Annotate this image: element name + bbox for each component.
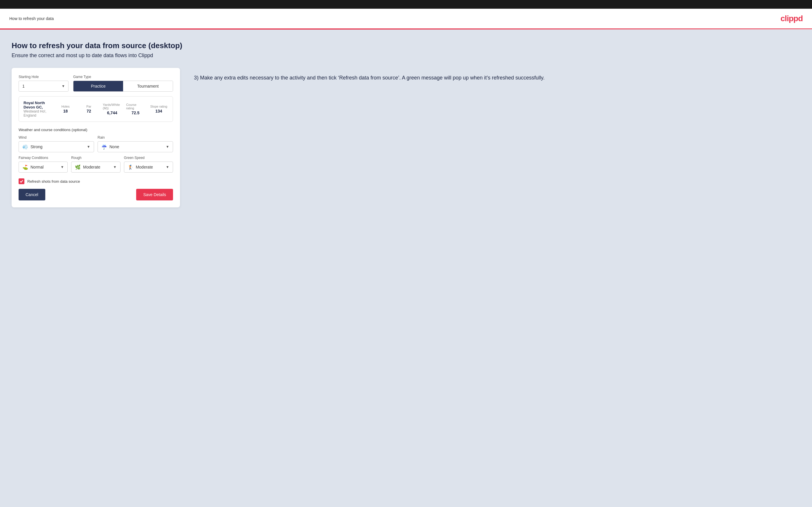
practice-button[interactable]: Practice <box>73 81 123 91</box>
starting-hole-wrapper: 1 2 10 ▼ <box>18 80 68 92</box>
fairway-select-wrapper: ⛳ Normal Soft Hard ▼ <box>18 162 68 173</box>
page-subheading: Ensure the correct and most up to date d… <box>12 53 803 59</box>
breadcrumb: How to refresh your data <box>9 16 54 21</box>
save-details-button[interactable]: Save Details <box>136 189 173 201</box>
content-row: Starting Hole 1 2 10 ▼ Game Type <box>12 68 803 207</box>
wind-rain-row: Wind 💨 Strong Light Moderate None ▼ <box>18 135 173 152</box>
game-type-group: Game Type Practice Tournament <box>73 75 173 92</box>
side-info: 3) Make any extra edits necessary to the… <box>194 68 803 82</box>
course-info-box: Royal North Devon GC, Westward Ho!, Engl… <box>18 96 173 122</box>
par-stat: Par 72 <box>80 105 98 113</box>
wind-select-wrapper: 💨 Strong Light Moderate None ▼ <box>18 141 94 152</box>
holes-label: Holes <box>61 105 70 108</box>
green-speed-select[interactable]: Moderate Slow Fast <box>136 162 169 172</box>
yards-stat: Yards/White (M)) 6,744 <box>103 103 121 115</box>
fairway-select[interactable]: Normal Soft Hard <box>31 162 64 172</box>
slope-rating-label: Slope rating <box>150 105 167 108</box>
page-heading: How to refresh your data from source (de… <box>12 41 803 50</box>
green-speed-label: Green Speed <box>124 156 173 160</box>
slope-rating-stat: Slope rating 134 <box>150 105 168 113</box>
yards-label: Yards/White (M)) <box>103 103 121 110</box>
fairway-rough-green-row: Fairway Conditions ⛳ Normal Soft Hard ▼ <box>18 156 173 173</box>
logo: clippd <box>781 14 803 23</box>
form-card: Starting Hole 1 2 10 ▼ Game Type <box>12 68 180 207</box>
rough-select[interactable]: Moderate Light Heavy <box>83 162 116 172</box>
rain-icon: ☔ <box>101 144 107 150</box>
fairway-icon: ⛳ <box>22 164 28 170</box>
green-speed-icon: 🏌 <box>128 164 134 170</box>
course-location: Westward Ho!, England <box>23 109 51 117</box>
starting-hole-group: Starting Hole 1 2 10 ▼ <box>18 75 68 92</box>
tournament-button[interactable]: Tournament <box>123 81 173 91</box>
main-content: How to refresh your data from source (de… <box>0 30 812 507</box>
wind-select[interactable]: Strong Light Moderate None <box>31 142 90 152</box>
refresh-checkbox-label: Refresh shots from data source <box>27 179 80 184</box>
top-form-row: Starting Hole 1 2 10 ▼ Game Type <box>18 75 173 92</box>
cancel-button[interactable]: Cancel <box>18 189 45 201</box>
green-speed-select-wrapper: 🏌 Moderate Slow Fast ▼ <box>124 162 173 173</box>
checkmark-icon <box>20 179 23 183</box>
wind-group: Wind 💨 Strong Light Moderate None ▼ <box>18 135 94 152</box>
game-type-label: Game Type <box>73 75 173 79</box>
slope-rating-value: 134 <box>155 109 162 113</box>
rain-select-wrapper: ☔ None Light Heavy ▼ <box>98 141 173 152</box>
green-speed-group: Green Speed 🏌 Moderate Slow Fast ▼ <box>124 156 173 173</box>
holes-stat: Holes 18 <box>56 105 74 113</box>
weather-section-label: Weather and course conditions (optional) <box>18 128 173 132</box>
checkbox-row: Refresh shots from data source <box>18 178 173 184</box>
rough-group: Rough 🌿 Moderate Light Heavy ▼ <box>71 156 120 173</box>
holes-value: 18 <box>63 109 68 113</box>
wind-icon: 💨 <box>22 144 28 150</box>
par-label: Par <box>86 105 91 108</box>
action-row: Cancel Save Details <box>18 189 173 201</box>
top-bar <box>0 0 812 9</box>
game-type-toggle: Practice Tournament <box>73 80 173 92</box>
rain-label: Rain <box>98 135 173 139</box>
fairway-label: Fairway Conditions <box>18 156 68 160</box>
course-rating-stat: Course rating 72.5 <box>126 103 145 115</box>
rain-select[interactable]: None Light Heavy <box>109 142 169 152</box>
par-value: 72 <box>87 109 91 113</box>
game-type-section: Starting Hole 1 2 10 ▼ Game Type <box>18 75 173 122</box>
course-rating-label: Course rating <box>126 103 145 110</box>
yards-value: 6,744 <box>107 111 117 115</box>
starting-hole-label: Starting Hole <box>18 75 68 79</box>
starting-hole-select[interactable]: 1 2 10 <box>18 80 68 92</box>
rough-icon: 🌿 <box>75 164 81 170</box>
course-rating-value: 72.5 <box>132 111 139 115</box>
fairway-group: Fairway Conditions ⛳ Normal Soft Hard ▼ <box>18 156 68 173</box>
course-name-col: Royal North Devon GC, Westward Ho!, Engl… <box>23 101 51 117</box>
rain-group: Rain ☔ None Light Heavy ▼ <box>98 135 173 152</box>
rough-select-wrapper: 🌿 Moderate Light Heavy ▼ <box>71 162 120 173</box>
refresh-checkbox[interactable] <box>18 178 24 184</box>
side-info-text: 3) Make any extra edits necessary to the… <box>194 74 803 82</box>
header: How to refresh your data clippd <box>0 9 812 29</box>
course-name: Royal North Devon GC, <box>23 101 51 109</box>
wind-label: Wind <box>18 135 94 139</box>
weather-section: Weather and course conditions (optional)… <box>18 128 173 173</box>
rough-label: Rough <box>71 156 120 160</box>
